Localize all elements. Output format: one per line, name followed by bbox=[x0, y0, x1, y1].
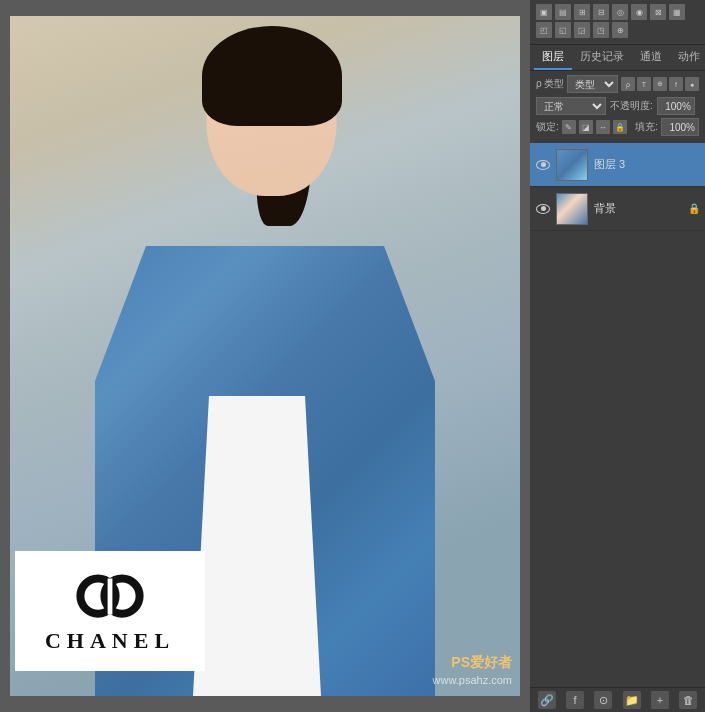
lock-icon-pen[interactable]: ✎ bbox=[562, 120, 576, 134]
search-type-label: ρ 类型 bbox=[536, 77, 564, 91]
eye-icon-3 bbox=[536, 160, 550, 170]
layer-actions: 🔗 f ⊙ 📁 + 🗑 bbox=[530, 687, 705, 712]
toolbar-row-2: ◰ ◱ ◲ ◳ ⊕ bbox=[536, 22, 699, 38]
search-row: ρ 类型 类型 ρ T ⊕ f ● bbox=[536, 75, 699, 93]
panel-tabs: 图层 历史记录 通道 动作 bbox=[530, 45, 705, 71]
tab-history[interactable]: 历史记录 bbox=[572, 45, 632, 70]
tb-icon-9[interactable]: ◰ bbox=[536, 22, 552, 38]
tb-icon-8[interactable]: ▦ bbox=[669, 4, 685, 20]
eye-icon-bg bbox=[536, 204, 550, 214]
tb-icon-13[interactable]: ⊕ bbox=[612, 22, 628, 38]
canvas-area: CHANEL PS爱好者 www.psahz.com bbox=[0, 0, 530, 712]
watermark-url: www.psahz.com bbox=[433, 673, 512, 688]
tb-icon-12[interactable]: ◳ bbox=[593, 22, 609, 38]
layer-bg-name: 背景 bbox=[594, 201, 687, 216]
lock-fill-row: 锁定: ✎ ◪ ↔ 🔒 填充: bbox=[536, 118, 699, 136]
tab-actions[interactable]: 动作 bbox=[670, 45, 705, 70]
lock-label: 锁定: bbox=[536, 120, 559, 134]
layer-bg-visibility[interactable] bbox=[534, 200, 552, 218]
watermark: PS爱好者 www.psahz.com bbox=[433, 653, 512, 688]
layer-bg-thumb-img bbox=[557, 194, 587, 224]
tb-icon-3[interactable]: ⊞ bbox=[574, 4, 590, 20]
layer-bg-thumb bbox=[556, 193, 588, 225]
filter-icons: ρ T ⊕ f ● bbox=[621, 77, 699, 91]
layers-list: 图层 3 背景 🔒 bbox=[530, 143, 705, 687]
tb-icon-11[interactable]: ◲ bbox=[574, 22, 590, 38]
layer-item-3[interactable]: 图层 3 bbox=[530, 143, 705, 187]
chanel-text: CHANEL bbox=[45, 628, 175, 654]
toolbar-row-1: ▣ ▤ ⊞ ⊟ ◎ ◉ ⊠ ▦ bbox=[536, 4, 699, 20]
lock-icon-move[interactable]: ◪ bbox=[579, 120, 593, 134]
filter-icon-p[interactable]: ρ bbox=[621, 77, 635, 91]
opacity-input[interactable] bbox=[657, 97, 695, 115]
tb-icon-6[interactable]: ◉ bbox=[631, 4, 647, 20]
lock-icon-arrows[interactable]: ↔ bbox=[596, 120, 610, 134]
tb-icon-7[interactable]: ⊠ bbox=[650, 4, 666, 20]
filter-icon-f[interactable]: f bbox=[669, 77, 683, 91]
delete-layer-btn[interactable]: 🗑 bbox=[679, 691, 697, 709]
chanel-cc-svg bbox=[70, 569, 150, 624]
tb-icon-2[interactable]: ▤ bbox=[555, 4, 571, 20]
tb-icon-10[interactable]: ◱ bbox=[555, 22, 571, 38]
tab-channels[interactable]: 通道 bbox=[632, 45, 670, 70]
ps-panel: ▣ ▤ ⊞ ⊟ ◎ ◉ ⊠ ▦ ◰ ◱ ◲ ◳ ⊕ 图层 历史记录 通道 动作 bbox=[530, 0, 705, 712]
add-style-btn[interactable]: f bbox=[566, 691, 584, 709]
filter-icon-dot[interactable]: ● bbox=[685, 77, 699, 91]
opacity-label: 不透明度: bbox=[610, 99, 653, 113]
main-container: CHANEL PS爱好者 www.psahz.com ▣ ▤ ⊞ ⊟ ◎ ◉ ⊠… bbox=[0, 0, 705, 712]
add-mask-btn[interactable]: ⊙ bbox=[594, 691, 612, 709]
svg-rect-2 bbox=[108, 578, 113, 614]
tb-icon-5[interactable]: ◎ bbox=[612, 4, 628, 20]
ps-toolbar: ▣ ▤ ⊞ ⊟ ◎ ◉ ⊠ ▦ ◰ ◱ ◲ ◳ ⊕ bbox=[530, 0, 705, 45]
layer-item-bg[interactable]: 背景 🔒 bbox=[530, 187, 705, 231]
hair bbox=[202, 26, 342, 126]
fill-input[interactable] bbox=[661, 118, 699, 136]
tab-layers[interactable]: 图层 bbox=[534, 45, 572, 70]
link-layers-btn[interactable]: 🔗 bbox=[538, 691, 556, 709]
blend-opacity-row: 正常 不透明度: bbox=[536, 97, 699, 115]
layer-bg-lock-icon: 🔒 bbox=[687, 202, 701, 216]
new-layer-btn[interactable]: + bbox=[651, 691, 669, 709]
filter-icon-t[interactable]: T bbox=[637, 77, 651, 91]
watermark-ps: PS爱好者 bbox=[433, 653, 512, 673]
chanel-cc-symbol bbox=[70, 569, 150, 624]
tb-icon-1[interactable]: ▣ bbox=[536, 4, 552, 20]
layer-3-thumb bbox=[556, 149, 588, 181]
chanel-logo-overlay: CHANEL bbox=[15, 551, 205, 671]
blend-mode-select[interactable]: 正常 bbox=[536, 97, 606, 115]
layer-3-thumb-img bbox=[557, 150, 587, 180]
type-dropdown[interactable]: 类型 bbox=[567, 75, 618, 93]
filter-icon-add[interactable]: ⊕ bbox=[653, 77, 667, 91]
layers-controls: ρ 类型 类型 ρ T ⊕ f ● 正常 不透明度: bbox=[530, 71, 705, 143]
layer-3-name: 图层 3 bbox=[594, 157, 701, 172]
layer-3-visibility[interactable] bbox=[534, 156, 552, 174]
new-group-btn[interactable]: 📁 bbox=[623, 691, 641, 709]
tb-icon-4[interactable]: ⊟ bbox=[593, 4, 609, 20]
fill-label: 填充: bbox=[635, 120, 658, 134]
lock-icon-lock[interactable]: 🔒 bbox=[613, 120, 627, 134]
photo-canvas: CHANEL PS爱好者 www.psahz.com bbox=[10, 16, 520, 696]
